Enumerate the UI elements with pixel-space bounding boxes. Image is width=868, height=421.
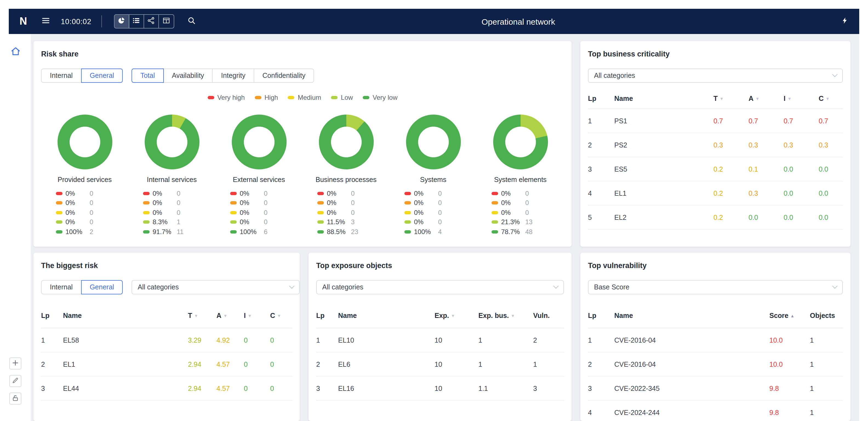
column-header[interactable]: C ▾ [270,312,292,319]
breakdown-percent: 0% [153,209,177,216]
pie-chart-view-button[interactable] [115,15,129,28]
table-row[interactable]: 3ES50.20.10.00.0 [588,157,843,181]
breakdown-count: 0 [525,190,529,197]
column-header[interactable]: Name [614,312,769,319]
breakdown-count: 11 [177,228,184,236]
column-header[interactable]: Lp [316,312,338,319]
table-cell: 0.0 [819,213,843,221]
home-nav-button[interactable] [10,46,21,58]
table-cell: 10.0 [769,360,810,368]
donut-chart[interactable] [319,115,373,170]
app-logo: N [17,16,31,27]
unlock-button[interactable] [9,392,21,404]
column-header[interactable]: Exp. bus. ▾ [478,312,533,319]
column-header[interactable]: Name [63,312,188,319]
column-header[interactable]: Vuln. [533,312,564,319]
table-row[interactable]: 4EL10.20.30.00.0 [588,181,843,206]
hamburger-menu-button[interactable] [39,14,52,29]
table-row[interactable]: 1CVE-2016-0410.01 [588,328,843,353]
column-header[interactable]: Lp [41,312,63,319]
donut-breakdown-row: 0% 0 [230,188,288,198]
donut-chart-block: Systems 0% 0 0% 0 0% 0 0% 0 100% 4 [390,115,477,237]
table-cell: 4 [588,189,614,197]
table-row[interactable]: 4CVE-2024-2449.81 [588,401,843,421]
donut-chart[interactable] [57,115,112,170]
table-row[interactable]: 2EL12.944.5700 [41,353,292,377]
column-header-label: C [819,95,824,102]
column-header[interactable]: I ▾ [244,312,270,319]
breakdown-count: 4 [438,228,442,236]
table-row[interactable]: 2EL61011 [316,353,564,377]
column-header[interactable]: Lp [588,95,614,102]
score-type-select[interactable]: Base Score [588,280,843,294]
category-select[interactable]: All categories [588,68,843,83]
column-header[interactable]: Objects [810,312,843,319]
column-header[interactable]: I ▾ [784,95,819,102]
table-cell: 9.8 [769,409,810,416]
share-view-button[interactable] [144,15,159,28]
table-cell: 3.29 [188,336,216,344]
donut-chart[interactable] [493,115,548,170]
donut-chart[interactable] [406,115,461,170]
table-cell: 1 [810,360,843,368]
add-button[interactable] [9,357,21,369]
breakdown-count: 0 [264,209,268,216]
column-header[interactable]: Exp. ▾ [435,312,478,319]
table-row[interactable]: 1EL101012 [316,328,564,353]
tab-integrity[interactable]: Integrity [212,68,254,83]
column-header[interactable]: T ▾ [188,312,216,319]
tab-confidentiality[interactable]: Confidentiality [254,68,314,83]
legend-color-dot [56,221,62,224]
table-row[interactable]: 3EL442.944.5700 [41,377,292,401]
column-header[interactable]: A ▾ [216,312,244,319]
column-header[interactable]: Lp [588,312,614,319]
donut-breakdown-row: 0% 0 [143,198,201,208]
tab-internal[interactable]: Internal [41,68,82,83]
table-row[interactable]: 5EL20.20.00.00.0 [588,206,843,230]
table-cell: 0.0 [748,213,784,221]
category-select[interactable]: All categories [316,280,564,294]
donut-breakdown-row: 0% 0 [317,188,375,198]
legend-color-dot [208,96,214,99]
breakdown-count: 0 [525,209,529,216]
risk-share-card: Risk share Internal General Total Availa… [33,41,571,247]
table-row[interactable]: 2PS20.30.30.30.3 [588,133,843,157]
table-cell: EL58 [63,336,188,344]
table-cell: EL2 [614,213,713,221]
column-header-label: Lp [316,312,325,319]
donut-chart-label: Systems [420,176,446,184]
table-row[interactable]: 3CVE-2022-3459.81 [588,377,843,401]
table-cell: ES5 [614,165,713,173]
donut-chart[interactable] [145,115,199,170]
tab-total[interactable]: Total [131,68,163,83]
column-header[interactable]: A ▾ [748,95,784,102]
column-header[interactable]: Score ▴ [769,312,810,319]
table-cell: 3 [533,385,564,392]
column-header[interactable]: Name [614,95,713,102]
column-header[interactable]: T ▾ [713,95,748,102]
table-row[interactable]: 1PS10.70.70.70.7 [588,109,843,133]
search-button[interactable] [185,14,198,29]
tab-general[interactable]: General [81,280,123,294]
donut-chart-label: External services [233,176,285,184]
column-header[interactable]: C ▾ [819,95,843,102]
column-header[interactable]: Name [338,312,435,319]
tab-availability[interactable]: Availability [163,68,213,83]
donut-breakdown-row: 100% 2 [56,227,114,237]
table-row[interactable]: 1EL583.294.9200 [41,328,292,353]
table-cell: 0 [244,360,270,368]
table-row[interactable]: 3EL16101.13 [316,377,564,401]
table-row[interactable]: 2CVE-2016-0410.01 [588,353,843,377]
list-view-button[interactable] [129,15,144,28]
tab-internal[interactable]: Internal [41,280,82,294]
donut-chart[interactable] [231,115,286,170]
donut-breakdown-row: 0% 0 [230,208,288,217]
pie-chart-icon [118,17,125,26]
quick-actions-button[interactable] [839,15,850,28]
tab-general[interactable]: General [81,68,123,83]
edit-button[interactable] [9,375,21,387]
legend-color-dot [331,96,338,99]
biggest-risk-table: Lp Name T ▾ A ▾ I ▾ C ▾ 1EL583.294.92002… [41,303,292,401]
category-select[interactable]: All categories [131,280,300,294]
table-view-button[interactable] [159,15,174,28]
